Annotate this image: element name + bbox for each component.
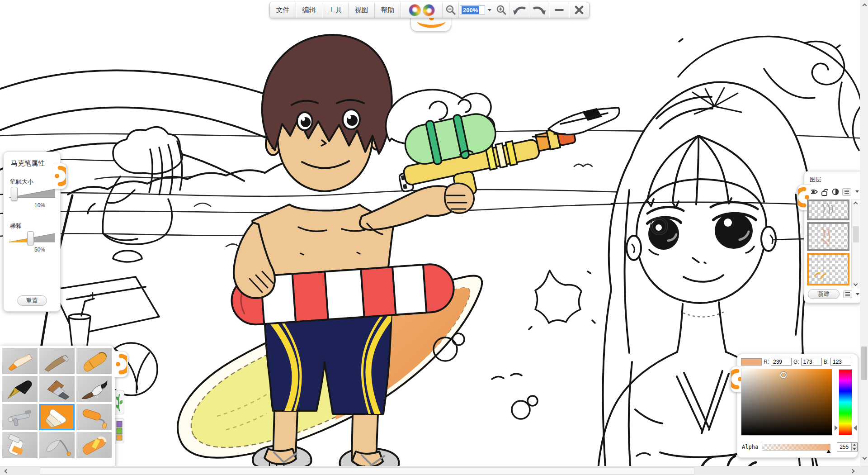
scroll-up-icon[interactable] [854, 202, 858, 206]
plant-stamp-tab[interactable] [114, 390, 124, 414]
redo-arrow-icon [533, 4, 546, 16]
vertical-scroll-thumb[interactable] [861, 347, 867, 380]
vertical-scrollbar[interactable] [860, 0, 868, 466]
reset-button[interactable]: 重置 [17, 295, 47, 306]
tool-palette-knife[interactable] [39, 432, 75, 458]
tool-fountain-pen[interactable] [2, 376, 38, 402]
blue-input[interactable] [830, 358, 851, 366]
zoom-out-button[interactable] [443, 2, 459, 18]
horizontal-scrollbar[interactable] [0, 466, 868, 475]
ink-brush-icon [78, 378, 110, 400]
green-input[interactable] [801, 358, 822, 366]
unlock-padlock-icon[interactable] [821, 188, 829, 196]
red-label: R: [764, 359, 769, 365]
tool-wax-crayon[interactable] [76, 432, 112, 458]
layer-menu-caret[interactable] [854, 188, 859, 196]
clown-face-icon [401, 2, 443, 18]
alpha-spin-down[interactable] [852, 447, 857, 451]
scroll-left-button[interactable] [2, 468, 10, 474]
alpha-slider-marker[interactable] [826, 450, 831, 453]
alpha-slider[interactable] [762, 444, 830, 451]
cross-icon [575, 5, 584, 14]
fountain-pen-icon [4, 378, 36, 400]
brush-size-slider[interactable] [9, 188, 55, 201]
marker-properties-panel: 马克笔属性 笔触大小 10% 稀释 50% 重置 [3, 152, 61, 312]
brush-tool-palette [0, 346, 115, 469]
hue-bar[interactable] [839, 369, 852, 435]
alpha-label: Alpha [742, 444, 758, 450]
alpha-spin-up[interactable] [852, 443, 857, 447]
panel-title: 马克笔属性 [11, 159, 60, 168]
current-color-swatch [741, 358, 762, 366]
tool-crayon[interactable] [76, 348, 112, 374]
hue-arrow-right-icon[interactable] [854, 425, 857, 431]
scroll-right-button[interactable] [849, 468, 857, 474]
magnifier-minus-icon [445, 5, 456, 15]
blend-half-circle-icon[interactable] [832, 188, 839, 195]
layer-thumbnail-1[interactable] [807, 200, 849, 220]
picture-stamp-tab[interactable] [114, 418, 124, 443]
undo-button[interactable] [509, 2, 529, 18]
layers-options-icon[interactable] [843, 290, 852, 298]
dilute-thumb[interactable] [27, 231, 34, 245]
layer-thumbnail-2[interactable] [807, 222, 849, 251]
main-toolbar: 文件 编辑 工具 视图 帮助 200% [269, 2, 590, 18]
layers-title: 图层 [810, 176, 862, 184]
layers-options-caret[interactable] [855, 290, 859, 299]
redo-button[interactable] [529, 2, 549, 18]
clown-mouth-tab[interactable] [410, 17, 451, 32]
alpha-spinner[interactable]: 255 [837, 442, 858, 451]
layers-scrollbar[interactable] [851, 200, 860, 288]
tool-airbrush[interactable] [2, 404, 38, 430]
color-picker-panel: R: G: B: Alpha 255 [737, 354, 858, 458]
menu-view[interactable]: 视图 [349, 2, 375, 18]
kneeling-person [88, 127, 182, 244]
new-layer-button[interactable]: 新建 [808, 289, 840, 299]
tool-paint-roller[interactable] [76, 404, 112, 430]
red-input[interactable] [771, 358, 792, 366]
scroll-down-button[interactable] [862, 456, 867, 461]
brush-size-thumb[interactable] [11, 187, 18, 201]
crayon-icon [78, 350, 110, 372]
menu-help[interactable]: 帮助 [375, 2, 401, 18]
minimize-button[interactable] [549, 2, 569, 18]
green-label: G: [793, 359, 799, 365]
tool-ink-brush[interactable] [76, 376, 112, 402]
scroll-down-icon[interactable] [854, 282, 858, 286]
layer-menu-list-icon[interactable] [842, 188, 851, 196]
layers-scroll-thumb[interactable] [853, 226, 859, 242]
zoom-level-input[interactable]: 200% [460, 5, 485, 14]
magnifier-plus-icon [496, 5, 507, 15]
tool-pastel-stick[interactable] [39, 348, 75, 374]
plant-icon [116, 392, 123, 412]
minus-icon [555, 8, 564, 12]
airbrush-icon [4, 406, 36, 428]
close-button[interactable] [569, 2, 589, 18]
paint-tube-icon [4, 434, 36, 456]
tool-paint-tube[interactable] [2, 432, 38, 458]
tool-colored-pencil[interactable] [2, 348, 38, 374]
orange-handle-icon [114, 352, 127, 377]
palette-knife-icon [41, 434, 73, 456]
layer-thumbnail-3[interactable] [807, 253, 849, 285]
layers-panel: 图层 新建 [804, 171, 863, 303]
zoom-dropdown-caret[interactable] [486, 2, 493, 18]
dilute-slider[interactable] [9, 232, 55, 246]
picture-icon [116, 420, 123, 441]
palette-collapse-handle[interactable] [114, 351, 128, 377]
panel-collapse-handle[interactable] [53, 163, 67, 189]
dilute-label: 稀释 [10, 222, 60, 230]
hue-arrow-left-icon[interactable] [835, 425, 838, 431]
tool-marker[interactable] [39, 404, 75, 430]
menu-file[interactable]: 文件 [270, 2, 296, 18]
brush-size-value: 10% [4, 202, 45, 209]
tool-flat-brush[interactable] [39, 376, 75, 402]
menu-tools[interactable]: 工具 [322, 2, 349, 18]
zoom-in-button[interactable] [493, 2, 509, 18]
scroll-up-button[interactable] [862, 3, 867, 7]
horizontal-scroll-thumb[interactable] [40, 467, 694, 475]
saturation-value-field[interactable] [741, 369, 832, 436]
sv-picker-ring[interactable] [780, 372, 787, 378]
menu-edit[interactable]: 编辑 [296, 2, 322, 18]
paint-roller-icon [78, 406, 110, 428]
